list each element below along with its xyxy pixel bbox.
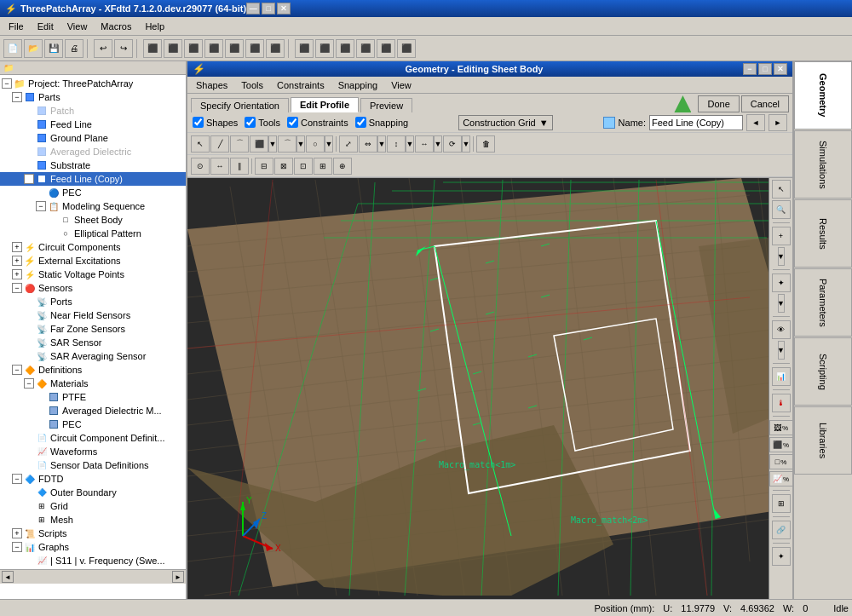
construction-grid-dropdown[interactable]: Construction Grid ▼ <box>458 115 552 130</box>
tree-circuit-def[interactable]: 📄 Circuit Component Definit... <box>0 431 186 445</box>
align-center[interactable]: ⊠ <box>274 158 293 175</box>
tree-waveforms[interactable]: 📈 Waveforms <box>0 445 186 458</box>
vp-cursor-btn[interactable]: ↖ <box>772 180 791 199</box>
align-right[interactable]: ⊡ <box>294 158 313 175</box>
scroll-left[interactable]: ◄ <box>2 571 14 583</box>
expand-graphs[interactable]: − <box>12 542 22 552</box>
tree-parts[interactable]: − Parts <box>0 90 186 104</box>
scroll-right[interactable]: ► <box>172 571 184 583</box>
menu-view[interactable]: View <box>62 20 93 33</box>
expand-definitions[interactable]: − <box>12 365 22 375</box>
shape-tool-3[interactable]: ○ <box>306 135 325 153</box>
vp-plus-btn[interactable]: + <box>772 227 791 245</box>
vp-pct-btn-3[interactable]: □% <box>769 454 793 469</box>
tab-scripting[interactable]: Scripting <box>794 337 852 406</box>
name-btn-left[interactable]: ◄ <box>746 114 765 131</box>
geo-menu-tools[interactable]: Tools <box>236 78 268 92</box>
transform-dropdown-4[interactable]: ▼ <box>462 135 470 153</box>
maximize-button[interactable]: □ <box>262 3 275 14</box>
tree-sar-avg-sensor[interactable]: 📡 SAR Averaging Sensor <box>0 349 186 363</box>
menu-file[interactable]: File <box>3 20 29 33</box>
transform-dropdown-2[interactable]: ▼ <box>406 135 414 153</box>
tab-geometry[interactable]: Geometry <box>794 61 852 130</box>
menu-macros[interactable]: Macros <box>95 20 136 33</box>
expand-scripts[interactable]: + <box>12 528 22 538</box>
tb-btn-14[interactable]: ⬛ <box>377 39 395 58</box>
vp-pct-btn-1[interactable]: 🖼% <box>769 420 793 435</box>
align-plus[interactable]: ⊕ <box>333 158 352 175</box>
close-button[interactable]: ✕ <box>277 3 291 14</box>
geo-menu-snapping[interactable]: Snapping <box>333 78 383 92</box>
constraint-2[interactable]: ↔ <box>210 158 229 175</box>
tb-btn-3[interactable]: ⬛ <box>143 39 162 58</box>
vp-view-dropdown-btn[interactable]: ▼ <box>778 341 785 360</box>
tree-scripts[interactable]: + 📜 Scripts <box>0 527 186 540</box>
print-button[interactable]: 🖨 <box>65 39 83 58</box>
menu-help[interactable]: Help <box>140 20 170 33</box>
cb-shapes-check[interactable] <box>193 117 204 128</box>
expand-fdtd[interactable]: − <box>12 474 22 484</box>
tree-mesh[interactable]: ⊞ Mesh <box>0 513 186 527</box>
tree-far-zone[interactable]: 📡 Far Zone Sensors <box>0 322 186 336</box>
expand-ext-exc[interactable]: + <box>12 256 22 266</box>
tb-btn-7[interactable]: ⬛ <box>225 39 244 58</box>
delete-tool[interactable]: 🗑 <box>476 135 495 153</box>
shape-tool-2[interactable]: ⌒ <box>278 135 296 153</box>
tb-btn-11[interactable]: ⬛ <box>315 39 334 58</box>
expand-project[interactable]: − <box>2 78 12 89</box>
expand-sensors[interactable]: − <box>12 283 22 293</box>
vp-extra-btn[interactable]: ✦ <box>772 547 791 566</box>
vp-pct-btn-2[interactable]: ⬛% <box>769 437 793 452</box>
transform-tool-1[interactable]: ⇔ <box>359 135 377 153</box>
vp-temp-btn[interactable]: 🌡 <box>772 394 791 412</box>
name-input[interactable] <box>649 115 743 130</box>
expand-modeling-seq[interactable]: − <box>36 201 46 211</box>
tb-btn-8[interactable]: ⬛ <box>245 39 264 58</box>
shape-dropdown-1[interactable]: ▼ <box>268 135 277 153</box>
undo-button[interactable]: ↩ <box>94 39 112 58</box>
tb-btn-15[interactable]: ⬛ <box>397 39 416 58</box>
cb-snapping[interactable]: Snapping <box>355 117 409 128</box>
done-button[interactable]: Done <box>698 95 739 112</box>
tree-modeling-seq[interactable]: − 📋 Modeling Sequence <box>0 199 186 213</box>
tb-btn-12[interactable]: ⬛ <box>336 39 354 58</box>
geo-close-button[interactable]: ✕ <box>774 63 787 75</box>
tree-s11-graph[interactable]: 📈 | S11 | v. Frequency (Swe... <box>0 554 186 567</box>
tb-btn-9[interactable]: ⬛ <box>266 39 285 58</box>
tree-groundplane[interactable]: Ground Plane <box>0 131 186 145</box>
expand-parts[interactable]: − <box>12 92 22 102</box>
geo-minimize-button[interactable]: − <box>743 63 757 75</box>
tb-btn-6[interactable]: ⬛ <box>204 39 223 58</box>
tb-btn-4[interactable]: ⬛ <box>164 39 182 58</box>
tab-libraries[interactable]: Libraries <box>794 406 852 475</box>
redo-button[interactable]: ↪ <box>114 39 133 58</box>
vp-grid-btn[interactable]: ⊞ <box>772 494 791 513</box>
vp-view-btn[interactable]: 👁 <box>772 320 791 339</box>
vp-nav-dropdown-btn[interactable]: ▼ <box>778 294 785 313</box>
save-button[interactable]: 💾 <box>44 39 63 58</box>
vp-link-btn[interactable]: 🔗 <box>772 521 791 539</box>
align-top[interactable]: ⊞ <box>314 158 332 175</box>
name-btn-right[interactable]: ► <box>769 114 787 131</box>
tree-substrate[interactable]: Substrate <box>0 158 186 172</box>
tree-definitions[interactable]: − 🔶 Definitions <box>0 363 186 377</box>
tab-parameters[interactable]: Parameters <box>794 268 852 337</box>
tb-btn-13[interactable]: ⬛ <box>356 39 375 58</box>
constraint-1[interactable]: ⊙ <box>191 158 210 175</box>
tree-avgdiel[interactable]: Averaged Dielectric <box>0 145 186 158</box>
transform-tool-4[interactable]: ⟳ <box>443 135 462 153</box>
tree-graphs[interactable]: − 📊 Graphs <box>0 540 186 554</box>
cb-constraints-check[interactable] <box>287 117 298 128</box>
tree-avg-diel-m[interactable]: Averaged Dielectric M... <box>0 404 186 417</box>
vp-zoom-btn[interactable]: 🔍 <box>772 200 791 219</box>
tree-pec2[interactable]: PEC <box>0 417 186 431</box>
expand-circuit-comp[interactable]: + <box>12 242 22 252</box>
align-left[interactable]: ⊟ <box>255 158 273 175</box>
vp-chart-btn[interactable]: 📊 <box>772 367 791 386</box>
shape-dropdown-3[interactable]: ▼ <box>325 135 333 153</box>
tab-edit-profile[interactable]: Edit Profile <box>291 97 359 112</box>
tree-static-voltage[interactable]: + ⚡ Static Voltage Points <box>0 268 186 281</box>
expand-static-voltage[interactable]: + <box>12 269 22 279</box>
tree-sheetbody[interactable]: □ Sheet Body <box>0 213 186 227</box>
tree-materials[interactable]: − 🔶 Materials <box>0 377 186 390</box>
